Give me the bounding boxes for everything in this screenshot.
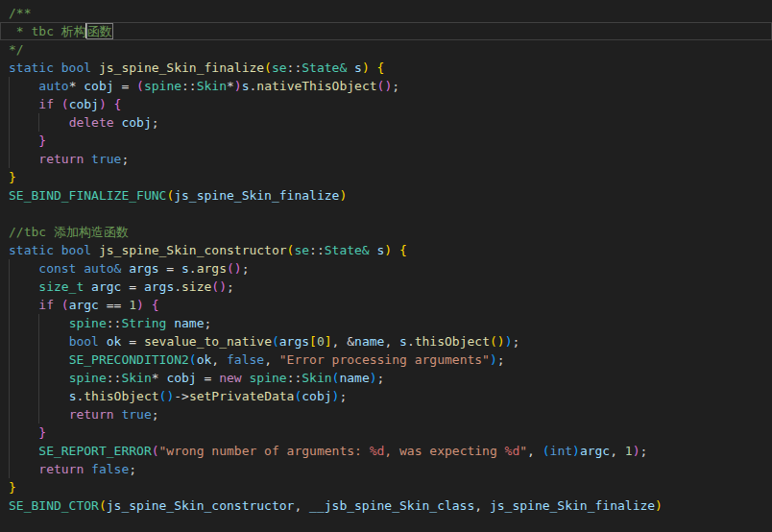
code-token: ( [136,79,144,93]
code-token: se [294,243,309,257]
code-line[interactable]: return false; [0,460,772,478]
code-line[interactable]: delete cobj; [0,113,772,132]
code-token: ; [121,152,129,166]
code-token [242,371,250,385]
code-token: __jsb_spine_Skin_class [309,498,474,513]
code-editor[interactable]: /** * tbc 析构函数*/static bool js_spine_Ski… [0,0,772,532]
code-line[interactable]: static bool js_spine_Skin_finalize(se::S… [0,59,772,77]
code-line[interactable]: } [0,478,772,496]
code-token: } [38,133,46,148]
code-token: thisObject [84,389,158,403]
code-token: ( [152,444,159,458]
code-token: false [227,352,264,367]
code-line[interactable]: } [0,132,772,150]
code-line-current[interactable]: * tbc 析构函数 [0,22,772,40]
code-line[interactable]: s.thisObject()->setPrivateData(cobj); [0,387,772,405]
code-token: ) [362,60,370,75]
code-token: ; [640,444,648,458]
code-token: spine [69,371,107,385]
code-token: js_spine_Skin_finalize [174,188,339,203]
code-token: . [189,261,197,276]
code-token [54,97,61,111]
code-token: size [181,279,211,294]
code-line[interactable]: size_t argc = args.size(); [0,278,772,296]
code-token: se [272,60,287,75]
code-token: () [227,261,242,276]
code-token: name [354,334,384,349]
code-token: () [159,389,175,403]
indent-guide [9,95,10,113]
code-token: * [152,371,167,385]
code-token: spine [250,371,287,385]
indent-guide [38,351,39,369]
indent-guide [9,314,10,332]
code-token: if [38,298,54,312]
code-line[interactable]: auto* cobj = (spine::Skin*)s.nativeThisO… [0,77,772,95]
code-token: :: [107,371,122,385]
code-token: () [377,79,393,93]
code-token: ) [136,298,144,312]
code-line[interactable]: static bool js_spine_Skin_constructor(se… [0,241,772,259]
code-token: s [399,334,407,349]
code-token: SE_REPORT_ERROR [38,444,151,458]
code-line[interactable]: */ [0,40,772,59]
code-token: = [114,79,136,93]
code-token: js_spine_Skin_constructor [99,243,287,257]
code-token [9,97,38,111]
code-token: static bool [9,243,91,257]
code-token: cobj [121,115,151,130]
code-line[interactable]: if (cobj) { [0,95,772,113]
code-token: int [550,444,572,458]
code-token [347,60,354,75]
code-token: ; [512,334,519,349]
code-token: :: [181,79,197,93]
code-line[interactable]: SE_BIND_FINALIZE_FUNC(js_spine_Skin_fina… [0,186,772,205]
code-token: ) [655,498,663,513]
code-token: ( [99,498,107,513]
code-line[interactable]: /** [0,4,772,22]
code-token: ) [490,352,497,367]
code-line[interactable]: SE_REPORT_ERROR("wrong number of argumen… [0,442,772,460]
code-token: return [69,407,114,422]
code-line[interactable]: //tbc 添加构造函数 [0,223,772,241]
code-token: true [91,152,121,166]
code-token: () [211,279,227,294]
code-token [370,60,377,75]
code-line[interactable]: spine::String name; [0,314,772,332]
code-line[interactable]: const auto& args = s.args(); [0,259,772,278]
code-line[interactable]: SE_BIND_CTOR(js_spine_Skin_constructor, … [0,496,772,515]
code-token: js_spine_Skin_constructor [107,498,295,513]
code-token: %d [505,444,520,458]
code-token: } [9,170,16,184]
code-line[interactable]: return true; [0,405,772,423]
code-token: const auto& [38,261,121,276]
indent-guide [38,387,39,405]
code-token [91,243,99,257]
code-token: argc [580,444,610,458]
code-line[interactable]: spine::Skin* cobj = new spine::Skin(name… [0,369,772,387]
indent-guide [38,405,39,423]
code-token [9,79,38,93]
code-token: = [121,334,143,349]
code-token: ( [61,97,69,111]
code-line[interactable]: SE_PRECONDITION2(ok, false, "Error proce… [0,351,772,369]
code-line[interactable] [0,205,772,223]
code-line[interactable]: } [0,423,772,442]
code-token: ) [339,188,347,203]
code-line[interactable]: } [0,168,772,186]
code-token: { [399,243,407,257]
code-token: js_spine_Skin_finalize [99,60,264,75]
code-token: ) [633,444,640,458]
code-token: Skin [121,371,151,385]
code-token: () [490,334,505,349]
code-token: args [197,261,227,276]
code-line[interactable]: bool ok = sevalue_to_native(args[0], &na… [0,332,772,351]
code-line[interactable]: return true; [0,150,772,168]
code-token: cobj [166,371,196,385]
indent-guide [9,442,10,460]
indent-guide [9,278,10,296]
code-token [9,152,38,166]
indent-guide [9,113,10,132]
code-line[interactable]: if (argc == 1) { [0,296,772,314]
code-token: ] [325,334,332,349]
